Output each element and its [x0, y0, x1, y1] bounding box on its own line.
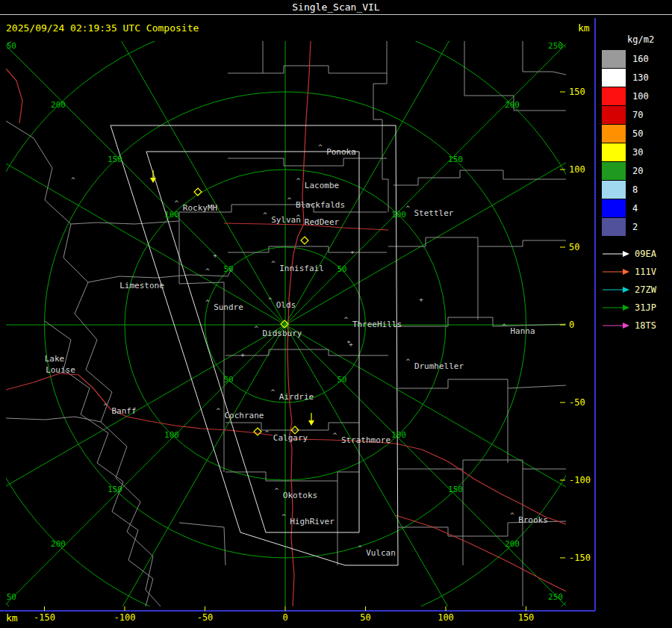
site-id: 09EA	[635, 249, 656, 259]
azimuth-line	[285, 0, 517, 325]
county-boundary	[228, 158, 387, 166]
city-label: Okotoks	[283, 491, 317, 500]
range-ring-label: 200	[51, 539, 66, 549]
town-symbol: ^	[503, 323, 507, 330]
city-label: Blackfalds	[296, 200, 345, 210]
range-ring-label: 150	[108, 485, 122, 494]
azimuth-line	[0, 325, 285, 556]
town-symbol: ^	[333, 432, 337, 439]
range-ring-label: 100	[164, 210, 179, 220]
range-ring-label: 150	[108, 155, 122, 164]
right-axis-unit: km	[578, 22, 590, 34]
site-arrow-icon	[602, 303, 630, 312]
range-ring-label: 200	[505, 539, 520, 549]
city-label: Stettler	[414, 208, 454, 218]
storm-marker: *	[346, 340, 350, 347]
city-label: Cochrane	[225, 411, 264, 420]
range-ring-label: 250	[1, 41, 16, 51]
county-boundary	[388, 237, 566, 246]
city-label: Louise	[46, 365, 75, 375]
site-arrow-icon	[602, 267, 630, 276]
city-label: RedDeer	[305, 217, 340, 227]
range-ring-label: 50	[223, 264, 233, 274]
county-boundary	[373, 41, 388, 212]
colorbar-entry: 8	[602, 180, 672, 199]
site-legend-row: 111V	[602, 263, 672, 281]
colorbar-swatch	[602, 69, 626, 87]
town-symbol: ^	[205, 299, 210, 306]
radar-site-marker	[254, 428, 261, 435]
city-label: HighRiver	[290, 517, 335, 526]
town-marker: +	[213, 252, 217, 259]
velocity-arrow-head	[308, 420, 314, 426]
bottom-axis-label: -100	[114, 612, 136, 623]
colorbar-swatch	[602, 50, 626, 68]
town-symbol: ^	[263, 211, 267, 219]
county-boundary	[45, 321, 153, 606]
bottom-axis-label: -50	[197, 612, 214, 623]
colorbar-value: 100	[632, 91, 649, 102]
bottom-axis-label: 50	[360, 612, 370, 623]
radar-site-marker	[301, 237, 308, 244]
town-symbol: ^	[175, 199, 179, 207]
colorbar-swatch	[602, 181, 626, 199]
city-label: Hanna	[510, 326, 535, 336]
timestamp-label: 2025/09/24 02:19:35 UTC Composite	[6, 22, 199, 34]
bottom-axis-label: 0	[282, 612, 287, 623]
town-symbol: ^	[281, 513, 286, 520]
city-label: Limestone	[119, 281, 164, 290]
app-window: Single_Scan_VIL 2025/09/24 02:19:35 UTC …	[0, 0, 672, 628]
town-marker: +	[419, 296, 423, 303]
range-ring-label: 100	[164, 430, 179, 440]
legend-panel: kg/m2 16013010070503020842 09EA111V27ZW3…	[602, 34, 672, 335]
site-arrow-icon	[602, 285, 630, 294]
city-label: Olds	[276, 300, 296, 310]
town-symbol: ^	[318, 143, 323, 151]
azimuth-line	[0, 325, 285, 628]
town-symbol: ^	[406, 358, 411, 365]
window-title: Single_Scan_VIL	[292, 1, 379, 13]
colorbar: 16013010070503020842	[602, 49, 672, 236]
colorbar-entry: 4	[602, 199, 672, 217]
azimuth-line	[0, 0, 285, 325]
city-label: Vulcan	[366, 548, 396, 558]
colorbar-entry: 100	[602, 87, 672, 105]
range-ring-label: 50	[223, 375, 233, 385]
site-id: 27ZW	[635, 285, 656, 295]
county-boundary	[179, 523, 225, 565]
radar-map[interactable]: 5050505010010010010015015015015020020020…	[0, 0, 672, 628]
city-label: Airdrie	[279, 392, 314, 402]
right-axis-label: -150	[569, 553, 591, 563]
range-ring-label: 150	[448, 485, 463, 494]
bottom-axis-unit: km	[6, 612, 18, 624]
colorbar-value: 160	[632, 54, 649, 64]
range-ring-label: 250	[548, 592, 563, 602]
colorbar-swatch	[602, 87, 626, 105]
radar-scan-outline	[111, 125, 398, 565]
colorbar-entry: 2	[602, 217, 672, 236]
city-label: Brooks	[518, 515, 548, 525]
colorbar-entry: 50	[602, 124, 672, 143]
city-label: Innisfail	[279, 264, 324, 273]
colorbar-entry: 30	[602, 143, 672, 161]
site-legend-row: 18TS	[602, 317, 672, 335]
right-axis-label: 0	[569, 320, 574, 330]
town-symbol: ^	[510, 512, 514, 519]
town-symbol: ^	[296, 177, 301, 184]
site-legend-row: 31JP	[602, 299, 672, 317]
colorbar-value: 4	[632, 203, 638, 214]
town-marker: +	[240, 351, 245, 358]
colorbar-entry: 160	[602, 49, 672, 68]
town-symbol: ^	[205, 267, 210, 275]
city-label: Lacombe	[305, 181, 339, 190]
county-boundary	[225, 349, 388, 355]
colorbar-entry: 70	[602, 105, 672, 124]
colorbar-swatch	[602, 143, 626, 161]
town-symbol: ^	[104, 402, 108, 410]
county-boundary	[179, 212, 224, 284]
city-label: Banff	[111, 406, 136, 416]
bottom-axis-label: 150	[518, 612, 535, 623]
azimuth-line	[54, 0, 285, 325]
colorbar-entry: 130	[602, 68, 672, 87]
city-label: RockyMH	[183, 203, 217, 213]
